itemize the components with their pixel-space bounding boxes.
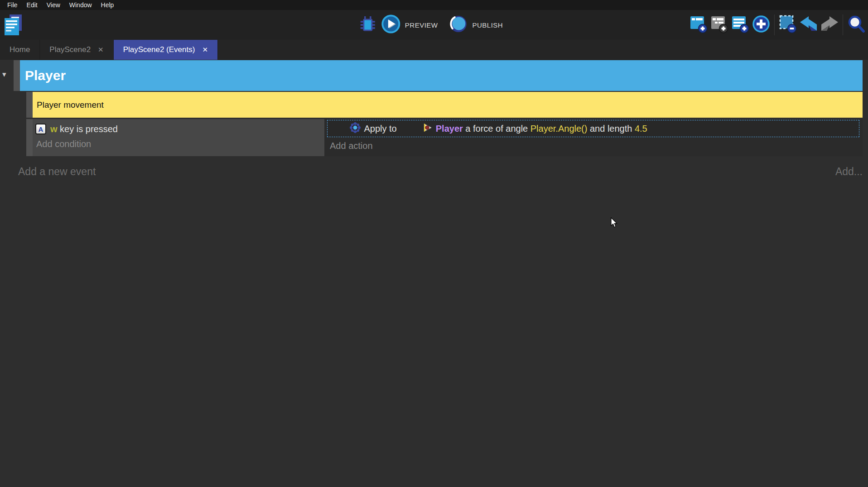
add-condition-button[interactable]: Add condition: [36, 139, 91, 149]
preview-label[interactable]: PREVIEW: [405, 21, 438, 29]
group-drag-handle[interactable]: [14, 60, 20, 91]
publish-label[interactable]: PUBLISH: [472, 21, 503, 29]
tab-label: PlayScene2 (Events): [123, 45, 195, 54]
menu-file[interactable]: File: [3, 0, 22, 10]
add-new-event-button[interactable]: Add a new event: [18, 166, 96, 178]
add-more-button[interactable]: Add...: [835, 166, 863, 178]
mouse-cursor: [611, 217, 618, 230]
action-apply-to: Apply to: [364, 124, 399, 134]
menu-bar: File Edit View Window Help: [0, 0, 868, 10]
toolbar-separator: [774, 14, 775, 35]
action-expression: Player.Angle(): [530, 124, 588, 134]
condition-text: w key is pressed: [50, 124, 118, 134]
search-button[interactable]: [847, 15, 865, 34]
undo-icon: [800, 16, 818, 33]
debug-button[interactable]: [359, 15, 377, 34]
comment-text: Player movement: [37, 100, 104, 110]
delete-selection-icon: [779, 14, 797, 35]
actions-column: Apply to Player a force of angle Player.…: [324, 119, 863, 156]
search-icon: [847, 15, 865, 35]
event-group-header[interactable]: Player: [20, 60, 863, 91]
add-event-icon: [690, 14, 708, 35]
menu-help[interactable]: Help: [96, 0, 119, 10]
action-text: Player a force of angle Player.Angle() a…: [436, 124, 647, 134]
add-comment-button[interactable]: [731, 15, 749, 34]
tab-playscene2-events[interactable]: PlayScene2 (Events) ✕: [114, 40, 218, 60]
delete-selection-button[interactable]: [779, 15, 797, 34]
gdevelop-window: File Edit View Window Help: [0, 0, 868, 487]
menu-view[interactable]: View: [42, 0, 65, 10]
conditions-column: A w key is pressed Add condition: [33, 119, 324, 156]
player-object-icon: [402, 112, 432, 145]
close-icon[interactable]: ✕: [202, 46, 208, 54]
toolbar-right: [690, 10, 865, 40]
menu-edit[interactable]: Edit: [22, 0, 42, 10]
undo-button[interactable]: [800, 15, 818, 34]
menu-window[interactable]: Window: [65, 0, 96, 10]
publish-button[interactable]: [449, 15, 467, 34]
play-icon: [381, 14, 400, 35]
chevron-down-icon[interactable]: ▾: [2, 71, 6, 78]
group-title: Player: [25, 68, 66, 83]
project-manager-icon: [4, 30, 24, 38]
condition-row[interactable]: A w key is pressed: [35, 124, 118, 134]
main-toolbar: PREVIEW PUBLISH: [0, 10, 868, 40]
add-action-button[interactable]: Add action: [330, 141, 373, 151]
comment-event[interactable]: Player movement: [33, 92, 863, 118]
tab-bar: Home PlayScene2 ✕ PlayScene2 (Events) ✕: [0, 40, 868, 60]
tab-home[interactable]: Home: [0, 40, 40, 60]
action-row-selected[interactable]: Apply to Player a force of angle Player.…: [327, 120, 859, 137]
condition-param: w: [50, 124, 58, 134]
key-letter: A: [39, 125, 43, 133]
project-manager-button[interactable]: [4, 14, 24, 36]
tab-label: Home: [10, 45, 30, 54]
action-value: 4.5: [635, 124, 647, 134]
add-comment-icon: [731, 14, 749, 35]
tab-playscene2[interactable]: PlayScene2 ✕: [40, 40, 113, 60]
condition-label: key is pressed: [58, 124, 118, 134]
event-drag-handle[interactable]: [26, 119, 33, 156]
add-event-button[interactable]: [690, 15, 708, 34]
action-mid2: and length: [587, 124, 635, 134]
comment-drag-handle[interactable]: [26, 92, 33, 118]
add-subevent-icon: [710, 14, 728, 35]
close-icon[interactable]: ✕: [98, 46, 104, 54]
action-object-name: Player: [436, 124, 463, 134]
toolbar-separator: [843, 14, 843, 35]
tab-label: PlayScene2: [49, 45, 91, 54]
preview-button[interactable]: [382, 15, 400, 34]
keyboard-key-icon: A: [35, 124, 46, 134]
redo-button[interactable]: [820, 15, 839, 34]
add-circle-icon: [752, 15, 770, 35]
action-mid1: a force of angle: [463, 124, 530, 134]
publish-globe-icon: [448, 14, 468, 35]
redo-icon: [820, 16, 839, 33]
debug-icon: [360, 15, 376, 35]
add-subevent-button[interactable]: [710, 15, 728, 34]
toolbar-center: PREVIEW PUBLISH: [359, 10, 509, 40]
add-circle-button[interactable]: [752, 15, 770, 34]
